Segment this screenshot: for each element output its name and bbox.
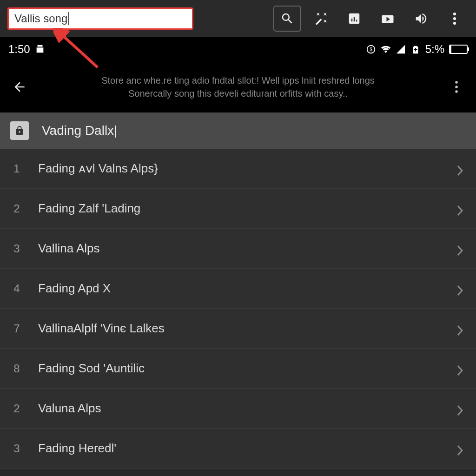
list-item[interactable]: 7 VallinaAlplf 'Vinє Lalkes — [0, 309, 476, 349]
battery-saver-icon — [410, 44, 421, 54]
wand-icon — [314, 12, 328, 26]
header-description: Store anc whe.re ting adio fndtal sllot:… — [41, 74, 435, 100]
page-header: Store anc whe.re ting adio fndtal sllot:… — [0, 61, 476, 112]
lock-badge — [10, 121, 29, 140]
search-input[interactable]: Vallis song — [7, 7, 193, 30]
list-item[interactable]: 3 Vallina Alps — [0, 229, 476, 269]
chevron-right-icon — [456, 164, 466, 173]
back-button[interactable] — [9, 77, 30, 97]
song-number: 3 — [10, 242, 23, 255]
more-vert-icon — [453, 12, 456, 26]
toolbar-more-button[interactable] — [441, 6, 469, 32]
song-title: Fading Apd X — [38, 281, 442, 296]
song-number: 4 — [10, 282, 23, 295]
song-number: 3 — [10, 442, 23, 455]
list-item[interactable]: 2 Valuna Alps — [0, 389, 476, 429]
song-title: Valuna Alps — [38, 401, 442, 416]
svg-point-1 — [453, 17, 456, 20]
svg-text:$: $ — [370, 47, 372, 52]
sound-icon — [414, 12, 428, 26]
wand-button[interactable] — [307, 6, 335, 32]
svg-point-8 — [455, 90, 458, 93]
section-header[interactable]: Vading Dallx| — [0, 112, 476, 149]
top-toolbar: Vallis song — [0, 0, 476, 37]
song-title: Fading Zalf 'Lading — [38, 201, 442, 216]
song-number: 2 — [10, 402, 23, 415]
status-app-icon — [35, 44, 45, 54]
chevron-right-icon — [456, 324, 466, 333]
status-bar: 1:50 $ 5:% — [0, 37, 476, 61]
list-item[interactable]: 1 Fading ͏ᴀᴠl Valns Alps} — [0, 149, 476, 189]
battery-icon — [449, 45, 468, 54]
chart-button[interactable] — [340, 6, 368, 32]
song-title: Fading ͏ᴀᴠl Valns Alps} — [38, 161, 442, 176]
chevron-right-icon — [456, 364, 466, 373]
list-item[interactable]: 8 Fading Sod 'Auntilic — [0, 349, 476, 389]
chevron-right-icon — [456, 444, 466, 453]
song-number: 8 — [10, 362, 23, 375]
back-arrow-icon — [12, 79, 27, 94]
svg-point-0 — [453, 13, 456, 15]
song-title: Fading Sod 'Auntilic — [38, 361, 442, 376]
status-time: 1:50 — [8, 43, 30, 56]
search-icon — [280, 12, 294, 26]
search-button[interactable] — [273, 6, 301, 32]
song-number: 1 — [10, 162, 23, 175]
wifi-icon — [381, 44, 391, 54]
song-number: 2 — [10, 202, 23, 215]
list-item[interactable]: 4 Fading Apd X — [0, 269, 476, 309]
video-icon — [381, 12, 395, 26]
chevron-right-icon — [456, 204, 466, 213]
signal-icon — [396, 44, 406, 54]
song-list: 1 Fading ͏ᴀᴠl Valns Alps} 2 Fading Zalf … — [0, 149, 476, 469]
song-number: 7 — [10, 322, 23, 335]
svg-point-7 — [455, 86, 458, 88]
status-circle-icon: $ — [366, 44, 376, 54]
list-item[interactable]: 2 Fading Zalf 'Lading — [0, 189, 476, 229]
search-input-text: Vallis song — [14, 12, 67, 25]
song-title: VallinaAlplf 'Vinє Lalkes — [38, 321, 442, 336]
song-title: Vallina Alps — [38, 241, 442, 256]
sound-button[interactable] — [407, 6, 435, 32]
svg-point-2 — [453, 22, 456, 25]
lock-icon — [14, 126, 25, 136]
song-title: Fading Heredl' — [38, 441, 442, 456]
header-more-button[interactable] — [446, 80, 467, 94]
battery-percent: 5:% — [425, 43, 444, 56]
svg-point-6 — [455, 81, 458, 84]
section-title: Vading Dallx| — [42, 123, 117, 138]
chevron-right-icon — [456, 284, 466, 293]
list-item[interactable]: 3 Fading Heredl' — [0, 429, 476, 469]
chart-icon — [347, 12, 361, 26]
chevron-right-icon — [456, 244, 466, 253]
video-button[interactable] — [374, 6, 402, 32]
chevron-right-icon — [456, 404, 466, 413]
more-vert-icon — [455, 80, 458, 94]
